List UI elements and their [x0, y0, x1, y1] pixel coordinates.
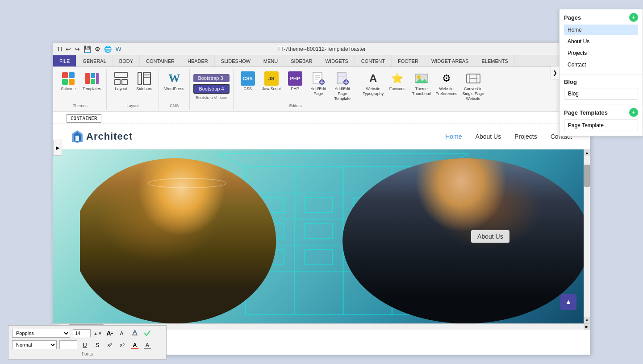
- text-color-button[interactable]: A: [130, 340, 140, 350]
- tab-elements[interactable]: ELEMENTS: [475, 55, 514, 66]
- figure-man: [332, 158, 590, 324]
- thumbnail-button[interactable]: Theme Thumbnail: [410, 70, 433, 97]
- icon-wordpress[interactable]: W: [114, 45, 122, 54]
- scrollbar-up-arrow[interactable]: ▲: [584, 149, 590, 156]
- highlight-color-button[interactable]: A: [142, 340, 152, 350]
- page-item-projects[interactable]: Projects: [564, 48, 638, 58]
- typography-label: Website Typography: [363, 87, 384, 96]
- php-icon: PHP: [288, 71, 302, 86]
- add-template-panel-button[interactable]: +: [629, 108, 638, 117]
- scheme-button[interactable]: Scheme: [58, 70, 79, 102]
- add-page-label: Add/Edit Page: [309, 87, 327, 96]
- svg-rect-12: [143, 72, 150, 85]
- typography-icon: A: [366, 71, 380, 86]
- panel-collapse-button[interactable]: ❯: [551, 66, 559, 79]
- svg-rect-38: [75, 136, 79, 141]
- nav-home[interactable]: Home: [445, 133, 462, 140]
- css-button[interactable]: CSS CSS: [237, 70, 259, 92]
- tab-file[interactable]: FILE: [53, 55, 76, 66]
- font-style-select[interactable]: Normal Bold Italic: [12, 340, 57, 349]
- tab-menu[interactable]: MENU: [257, 55, 284, 66]
- ribbon-group-cms: W WordPress CMS: [159, 69, 190, 110]
- scroll-up-button[interactable]: ▲: [560, 294, 576, 310]
- superscript-button[interactable]: x2: [117, 340, 127, 350]
- size-spinner-arrows[interactable]: ▲▼: [93, 331, 102, 336]
- javascript-button[interactable]: JS JavaScript: [260, 70, 283, 92]
- icon-redo[interactable]: ↪: [74, 45, 81, 54]
- tab-header[interactable]: HEADER: [181, 55, 215, 66]
- bootstrap3-button[interactable]: Bootstrap 3: [193, 74, 229, 82]
- favicons-button[interactable]: ⭐ Favicons: [387, 70, 408, 92]
- template-item[interactable]: Page Template: [564, 120, 638, 131]
- font-shrink-button[interactable]: A-: [117, 328, 127, 338]
- sidebars-button[interactable]: Sidebars: [134, 70, 155, 102]
- strikethrough-button[interactable]: S: [92, 340, 102, 350]
- convert-button[interactable]: Convert to Single Page Website: [460, 70, 487, 102]
- right-panel: ❯ Pages + Home About Us Projects Contact…: [559, 9, 643, 136]
- tab-widgets[interactable]: WIDGETS: [319, 55, 355, 66]
- layout-group-label: Layout: [127, 103, 139, 108]
- tab-body[interactable]: BODY: [113, 55, 140, 66]
- color-swatch[interactable]: [59, 340, 77, 349]
- tab-slideshow[interactable]: SLIDESHOW: [215, 55, 257, 66]
- page-item-about[interactable]: About Us: [564, 36, 638, 47]
- tab-general[interactable]: GENERAL: [76, 55, 113, 66]
- favicons-icon: ⭐: [390, 71, 405, 86]
- collapse-preview-arrow[interactable]: ▶: [53, 140, 62, 156]
- icon-browser[interactable]: 🌐: [103, 45, 113, 54]
- icon-tt[interactable]: Tt: [56, 45, 63, 54]
- favicons-label: Favicons: [389, 87, 405, 91]
- page-item-contact[interactable]: Contact: [564, 59, 638, 70]
- preview-menu: Home About Us Projects Contact: [445, 133, 572, 140]
- thumbnail-icon: [414, 71, 429, 86]
- svg-rect-11: [138, 72, 142, 85]
- add-edit-page-button[interactable]: Add/Edit Page: [308, 70, 329, 97]
- layout-button[interactable]: Layout: [110, 70, 132, 102]
- add-page-icon: [311, 71, 326, 86]
- tab-container[interactable]: CONTAINER: [140, 55, 181, 66]
- templates-button[interactable]: Templates: [81, 70, 103, 102]
- underline-button[interactable]: U: [80, 340, 90, 350]
- nav-projects[interactable]: Projects: [514, 133, 537, 140]
- font-apply-button[interactable]: [142, 328, 152, 338]
- js-label: JavaScript: [262, 87, 281, 91]
- logo-icon: [71, 129, 84, 144]
- page-templates-title: Page Templates: [564, 109, 608, 116]
- fonts-row-2: Normal Bold Italic U S x2 x2 A A: [12, 340, 163, 350]
- subscript-button[interactable]: x2: [105, 340, 115, 350]
- page-templates-header: Page Templates +: [564, 108, 638, 117]
- page-item-home[interactable]: Home: [564, 25, 638, 35]
- logo-text: Architect: [86, 131, 133, 142]
- wordpress-button[interactable]: W WordPress: [163, 70, 186, 102]
- tab-content[interactable]: CONTENT: [355, 55, 392, 66]
- tab-footer[interactable]: FOOTER: [392, 55, 425, 66]
- preferences-button[interactable]: ⚙ Website Preferences: [435, 70, 458, 97]
- scrollbar-thumb[interactable]: [584, 165, 590, 187]
- vertical-scrollbar[interactable]: ▲ ▼: [584, 149, 590, 323]
- add-edit-template-button[interactable]: Add/Edit Page Template: [331, 70, 354, 102]
- font-family-select[interactable]: Poppins Arial Roboto: [12, 329, 70, 338]
- php-button[interactable]: PHP PHP: [284, 70, 306, 92]
- cms-buttons: W WordPress: [163, 70, 186, 102]
- tab-widget-areas[interactable]: WIDGET AREAS: [425, 55, 476, 66]
- icon-settings[interactable]: ⚙: [94, 45, 101, 54]
- scrollbar-right-arrow[interactable]: ▶: [584, 324, 590, 330]
- bootstrap4-button[interactable]: Bootstrap 4: [193, 84, 229, 94]
- font-size-input[interactable]: [73, 329, 91, 337]
- icon-save[interactable]: 💾: [83, 45, 92, 54]
- cms-group-label: CMS: [170, 103, 179, 108]
- blog-item[interactable]: Blog: [564, 88, 638, 99]
- font-grow-button[interactable]: A+: [105, 328, 115, 338]
- preferences-label: Website Preferences: [435, 87, 457, 96]
- ribbon-content: Scheme Templates Themes: [53, 67, 590, 112]
- scrollbar-down-arrow[interactable]: ▼: [584, 317, 590, 323]
- pages-header: Pages +: [564, 13, 638, 22]
- tab-sidebar[interactable]: SIDEBAR: [284, 55, 319, 66]
- font-color-picker-button[interactable]: [130, 328, 140, 338]
- typography-button[interactable]: A Website Typography: [362, 70, 385, 97]
- svg-rect-24: [338, 78, 341, 83]
- add-page-button[interactable]: +: [629, 13, 638, 22]
- nav-about[interactable]: About Us: [476, 133, 501, 140]
- icon-undo[interactable]: ↩: [65, 45, 72, 54]
- svg-rect-1: [69, 72, 75, 78]
